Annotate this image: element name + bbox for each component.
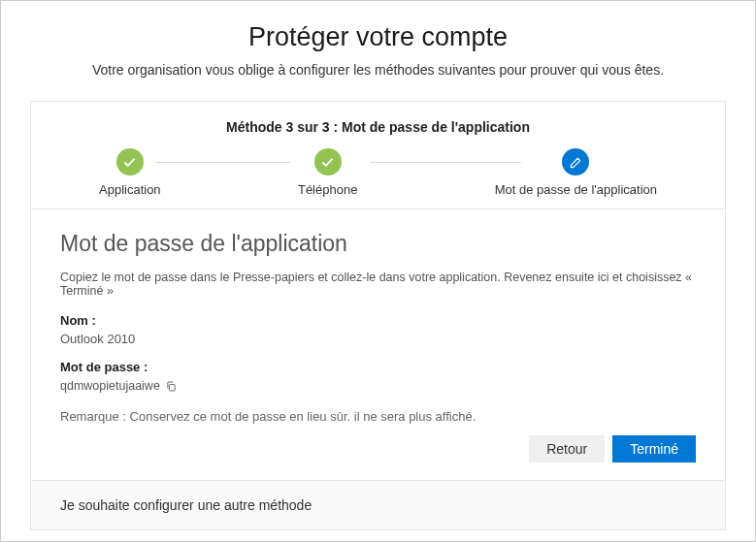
done-button[interactable]: Terminé	[612, 435, 696, 462]
page-title: Protéger votre compte	[30, 22, 726, 52]
card-footer: Je souhaite configurer une autre méthode	[31, 480, 725, 529]
pencil-icon	[562, 148, 589, 175]
svg-rect-0	[170, 384, 176, 391]
checkmark-icon	[116, 148, 144, 175]
name-value: Outlook 2010	[60, 332, 696, 346]
stepper: Application Téléphone Mot de passe de l'…	[60, 148, 696, 197]
stepper-title: Méthode 3 sur 3 : Mot de passe de l'appl…	[60, 119, 696, 135]
content-heading: Mot de passe de l'application	[60, 231, 696, 257]
action-bar: Retour Terminé	[60, 435, 696, 462]
step-app-password: Mot de passe de l'application	[495, 148, 657, 197]
back-button[interactable]: Retour	[529, 435, 605, 462]
name-label: Nom :	[60, 313, 696, 328]
step-label: Mot de passe de l'application	[495, 182, 657, 197]
checkmark-icon	[314, 148, 342, 175]
step-telephone: Téléphone	[298, 148, 357, 197]
content-section: Mot de passe de l'application Copiez le …	[31, 209, 725, 480]
copy-icon	[165, 380, 178, 393]
password-note: Remarque : Conservez ce mot de passe en …	[60, 409, 696, 424]
step-application: Application	[99, 148, 161, 197]
setup-card: Méthode 3 sur 3 : Mot de passe de l'appl…	[30, 101, 726, 530]
stepper-connector	[155, 162, 290, 163]
page-header: Protéger votre compte Votre organisation…	[1, 1, 755, 91]
step-label: Téléphone	[298, 182, 357, 197]
step-label: Application	[99, 182, 161, 197]
page-subtitle: Votre organisation vous oblige à configu…	[30, 62, 726, 78]
content-description: Copiez le mot de passe dans le Presse-pa…	[60, 271, 696, 298]
other-method-link[interactable]: Je souhaite configurer une autre méthode	[60, 497, 312, 513]
password-label: Mot de passe :	[60, 360, 696, 374]
stepper-section: Méthode 3 sur 3 : Mot de passe de l'appl…	[31, 102, 725, 209]
copy-button[interactable]	[164, 378, 180, 394]
password-row: qdmwopietujaaiwe	[60, 378, 696, 394]
password-value: qdmwopietujaaiwe	[60, 379, 160, 393]
